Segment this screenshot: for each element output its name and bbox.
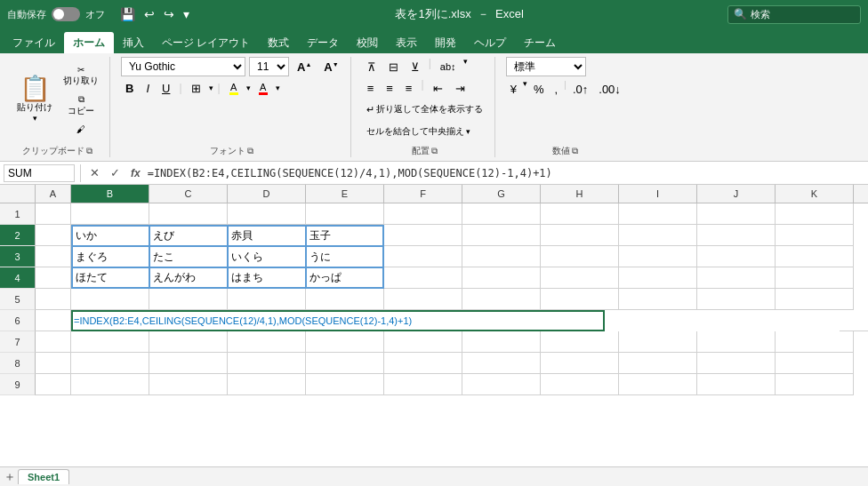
cell-b9[interactable] <box>71 374 149 395</box>
cut-button[interactable]: ✂ 切り取り <box>60 62 102 90</box>
cell-i4[interactable] <box>619 267 697 289</box>
align-middle-button[interactable]: ⊟ <box>383 57 404 76</box>
col-header-e[interactable]: E <box>306 185 384 203</box>
cell-c7[interactable] <box>149 331 228 353</box>
comma-button[interactable]: , <box>550 79 562 99</box>
row-num-9[interactable]: 9 <box>0 374 36 395</box>
cell-h5[interactable] <box>541 289 619 310</box>
cell-h8[interactable] <box>541 353 619 374</box>
cell-a6[interactable] <box>36 310 71 331</box>
align-top-button[interactable]: ⊼ <box>362 57 382 76</box>
cell-a1[interactable] <box>36 203 71 225</box>
cell-b3[interactable]: まぐろ <box>71 246 149 267</box>
cell-f4[interactable] <box>384 267 462 289</box>
cell-i2[interactable] <box>619 225 697 246</box>
cell-h2[interactable] <box>541 225 619 246</box>
cell-i9[interactable] <box>619 374 697 395</box>
cell-i5[interactable] <box>619 289 697 310</box>
col-header-b[interactable]: B <box>71 185 149 203</box>
cell-f7[interactable] <box>384 331 462 353</box>
cell-d4[interactable]: はまち <box>228 267 306 289</box>
cell-c8[interactable] <box>149 353 228 374</box>
cell-c3[interactable]: たこ <box>149 246 228 267</box>
cell-h9[interactable] <box>541 374 619 395</box>
cancel-formula-button[interactable]: ✕ <box>86 166 103 179</box>
cell-k9[interactable] <box>776 374 854 395</box>
cell-g1[interactable] <box>462 203 541 225</box>
autosave-toggle[interactable] <box>52 7 80 21</box>
number-format-select[interactable]: 標準 <box>506 57 586 76</box>
col-header-f[interactable]: F <box>384 185 462 203</box>
font-name-select[interactable]: Yu Gothic <box>121 57 245 76</box>
border-arrow[interactable]: ▾ <box>209 84 213 92</box>
cell-j5[interactable] <box>697 289 776 310</box>
cell-g3[interactable] <box>462 246 541 267</box>
cell-e9[interactable] <box>306 374 384 395</box>
align-right-button[interactable]: ≡ <box>400 78 418 98</box>
tab-data[interactable]: データ <box>298 32 348 53</box>
cell-a7[interactable] <box>36 331 71 353</box>
underline-button[interactable]: U <box>157 78 174 98</box>
orientation-arrow[interactable]: ▾ <box>463 57 468 76</box>
col-header-k[interactable]: K <box>776 185 854 203</box>
save-icon[interactable]: 💾 <box>120 7 135 21</box>
align-bottom-button[interactable]: ⊻ <box>406 57 425 76</box>
text-orientation-button[interactable]: ab↕ <box>435 57 462 76</box>
confirm-formula-button[interactable]: ✓ <box>107 166 124 179</box>
tab-insert[interactable]: 挿入 <box>114 32 153 53</box>
cell-f1[interactable] <box>384 203 462 225</box>
cell-j9[interactable] <box>697 374 776 395</box>
tab-formulas[interactable]: 数式 <box>259 32 298 53</box>
accounting-arrow[interactable]: ▾ <box>523 79 527 99</box>
align-left-button[interactable]: ≡ <box>362 78 380 98</box>
undo-icon[interactable]: ↩ <box>144 7 155 21</box>
cell-g8[interactable] <box>462 353 541 374</box>
bold-button[interactable]: B <box>121 78 138 98</box>
increase-font-button[interactable]: A▲ <box>293 57 316 76</box>
fill-color-button[interactable]: A <box>225 78 243 98</box>
cell-e5[interactable] <box>306 289 384 310</box>
cell-e1[interactable] <box>306 203 384 225</box>
tab-review[interactable]: 校閲 <box>348 32 387 53</box>
border-button[interactable]: ⊞ <box>187 78 205 98</box>
cell-d3[interactable]: いくら <box>228 246 306 267</box>
cell-j7[interactable] <box>697 331 776 353</box>
font-color-button[interactable]: A <box>254 78 272 98</box>
cell-j8[interactable] <box>697 353 776 374</box>
name-box[interactable] <box>4 164 75 182</box>
cell-b7[interactable] <box>71 331 149 353</box>
cell-c2[interactable]: えび <box>149 225 228 246</box>
font-size-select[interactable]: 11 <box>249 57 289 76</box>
cell-i8[interactable] <box>619 353 697 374</box>
increase-indent-button[interactable]: ⇥ <box>450 78 470 98</box>
row-num-1[interactable]: 1 <box>0 203 36 225</box>
cell-k2[interactable] <box>776 225 854 246</box>
cell-e2[interactable]: 玉子 <box>306 225 384 246</box>
search-box[interactable]: 🔍 検索 <box>727 5 861 24</box>
wrap-text-button[interactable]: ↵ 折り返して全体を表示する <box>362 100 487 119</box>
cell-f6[interactable] <box>840 310 868 331</box>
cell-b8[interactable] <box>71 353 149 374</box>
decrease-indent-button[interactable]: ⇤ <box>428 78 448 98</box>
cell-b2[interactable]: いか <box>71 225 149 246</box>
cell-a9[interactable] <box>36 374 71 395</box>
row-num-5[interactable]: 5 <box>0 289 36 310</box>
cell-j1[interactable] <box>697 203 776 225</box>
font-expand-icon[interactable]: ⧉ <box>247 146 253 156</box>
cell-h1[interactable] <box>541 203 619 225</box>
cell-k7[interactable] <box>776 331 854 353</box>
cell-i3[interactable] <box>619 246 697 267</box>
cell-g9[interactable] <box>462 374 541 395</box>
tab-team[interactable]: チーム <box>515 32 565 53</box>
copy-button[interactable]: ⧉ コピー <box>60 92 102 120</box>
cell-d1[interactable] <box>228 203 306 225</box>
cell-k4[interactable] <box>776 267 854 289</box>
cell-e8[interactable] <box>306 353 384 374</box>
cell-f5[interactable] <box>384 289 462 310</box>
redo-icon[interactable]: ↪ <box>164 7 174 21</box>
col-header-g[interactable]: G <box>462 185 541 203</box>
cell-f3[interactable] <box>384 246 462 267</box>
col-header-c[interactable]: C <box>149 185 228 203</box>
cell-a3[interactable] <box>36 246 71 267</box>
tab-help[interactable]: ヘルプ <box>465 32 515 53</box>
